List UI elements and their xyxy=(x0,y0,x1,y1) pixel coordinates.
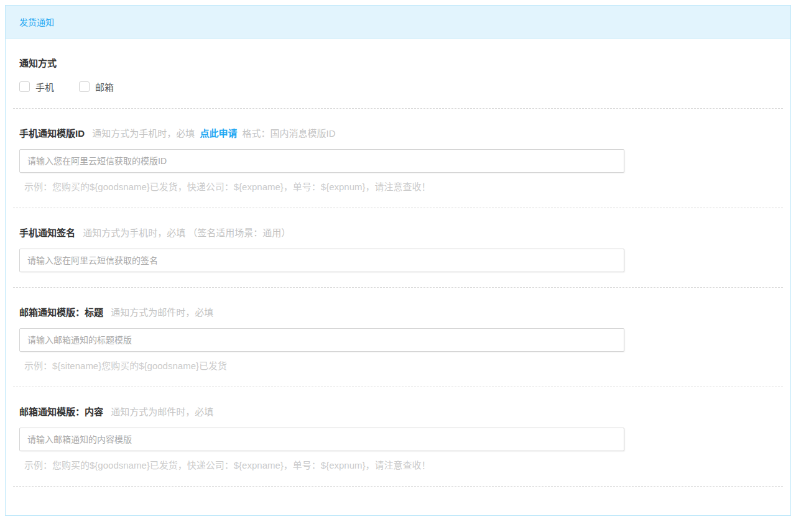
field-head: 手机通知签名 通知方式为手机时，必填 （签名适用场景：通用） xyxy=(19,227,777,239)
notify-method-options: 手机 邮箱 xyxy=(19,80,777,93)
checkbox-item-phone[interactable]: 手机 xyxy=(19,80,54,93)
sms-template-id-input[interactable] xyxy=(19,149,624,173)
section-notify-method: 通知方式 手机 邮箱 xyxy=(19,39,777,93)
sms-template-id-label: 手机通知模版ID xyxy=(19,128,85,139)
field-head: 通知方式 xyxy=(19,57,777,70)
section-email-template-title: 邮箱通知模版：标题 通知方式为邮件时，必填 示例：${sitename}您购买的… xyxy=(19,288,777,372)
field-head: 邮箱通知模版：内容 通知方式为邮件时，必填 xyxy=(19,406,777,418)
email-template-title-hint: 通知方式为邮件时，必填 xyxy=(111,307,213,318)
sms-signature-input[interactable] xyxy=(19,249,624,272)
email-title-example: 示例：${sitename}您购买的${goodsname}已发货 xyxy=(19,359,777,372)
section-sms-signature: 手机通知签名 通知方式为手机时，必填 （签名适用场景：通用） xyxy=(19,208,777,272)
section-email-template-content: 邮箱通知模版：内容 通知方式为邮件时，必填 示例：您购买的${goodsname… xyxy=(19,387,777,471)
email-checkbox[interactable] xyxy=(79,81,90,92)
field-head: 手机通知模版ID 通知方式为手机时，必填 点此申请 格式：国内消息模版ID xyxy=(19,127,777,140)
apply-here-link[interactable]: 点此申请 xyxy=(200,128,237,139)
email-template-title-label: 邮箱通知模版：标题 xyxy=(19,307,103,318)
shipping-notice-panel: 发货通知 通知方式 手机 邮箱 手机通知模版ID xyxy=(5,5,791,516)
email-template-content-input[interactable] xyxy=(19,428,624,451)
email-template-content-label: 邮箱通知模版：内容 xyxy=(19,406,103,417)
sms-signature-label: 手机通知签名 xyxy=(19,227,75,238)
checkbox-item-email[interactable]: 邮箱 xyxy=(79,80,114,93)
notify-method-label: 通知方式 xyxy=(19,58,57,68)
sms-template-id-hint: 通知方式为手机时，必填 xyxy=(92,128,195,139)
panel-body: 通知方式 手机 邮箱 手机通知模版ID 通知方式为手机时，必填 点此申请 格式：… xyxy=(6,39,790,515)
sms-signature-hint: 通知方式为手机时，必填 （签名适用场景：通用） xyxy=(83,227,290,238)
phone-checkbox-label: 手机 xyxy=(35,80,54,93)
email-template-content-hint: 通知方式为邮件时，必填 xyxy=(111,406,213,417)
dashed-divider xyxy=(13,486,783,487)
panel-header: 发货通知 xyxy=(6,6,790,39)
panel-title: 发货通知 xyxy=(19,16,54,28)
field-head: 邮箱通知模版：标题 通知方式为邮件时，必填 xyxy=(19,306,777,319)
phone-checkbox[interactable] xyxy=(19,81,30,92)
email-checkbox-label: 邮箱 xyxy=(95,80,114,93)
section-sms-template-id: 手机通知模版ID 通知方式为手机时，必填 点此申请 格式：国内消息模版ID 示例… xyxy=(19,109,777,193)
email-template-title-input[interactable] xyxy=(19,328,624,352)
email-content-example: 示例：您购买的${goodsname}已发货，快递公司：${expname}，单… xyxy=(19,458,777,471)
sms-template-id-format-hint: 格式：国内消息模版ID xyxy=(243,128,336,139)
sms-template-example: 示例：您购买的${goodsname}已发货，快递公司：${expname}，单… xyxy=(19,180,777,193)
